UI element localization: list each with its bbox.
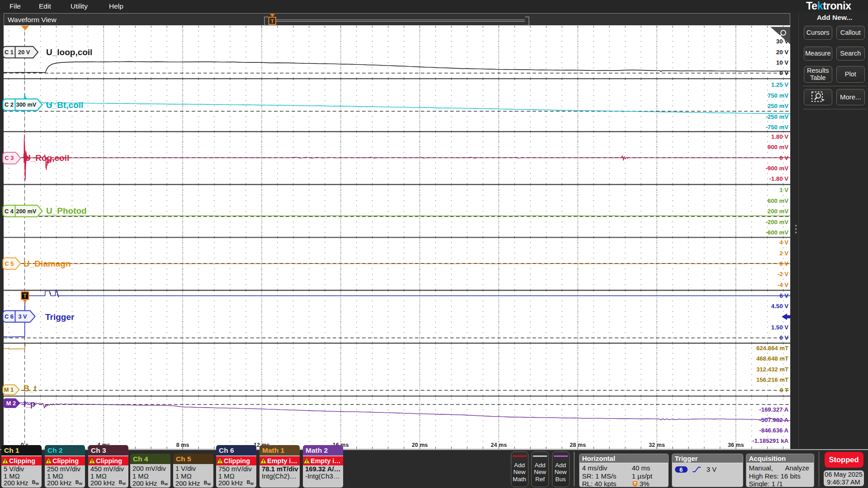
- svg-text:U_Photod: U_Photod: [46, 206, 87, 216]
- svg-text:1.80 V: 1.80 V: [771, 133, 788, 140]
- svg-text:M 2: M 2: [6, 400, 16, 407]
- svg-text:200 mV: 200 mV: [16, 208, 37, 215]
- svg-text:-169.327 A: -169.327 A: [759, 406, 788, 413]
- svg-text:T: T: [23, 292, 27, 299]
- svg-text:468.648 mT: 468.648 mT: [756, 355, 788, 362]
- svg-text:0 V: 0 V: [779, 155, 788, 161]
- svg-text:750 mV: 750 mV: [768, 92, 788, 99]
- svg-text:2 V: 2 V: [779, 250, 788, 257]
- svg-text:C 3: C 3: [5, 155, 14, 161]
- svg-text:U_Rog,coil: U_Rog,coil: [24, 153, 69, 163]
- svg-text:20 ms: 20 ms: [412, 442, 428, 448]
- svg-text:-2 V: -2 V: [778, 271, 788, 277]
- svg-text:1.50 V: 1.50 V: [771, 324, 788, 331]
- svg-text:20 V: 20 V: [18, 49, 30, 56]
- svg-text:28 ms: 28 ms: [570, 442, 586, 448]
- svg-text:24 ms: 24 ms: [491, 442, 507, 448]
- svg-text:0 V: 0 V: [779, 260, 788, 267]
- svg-text:4.50 V: 4.50 V: [771, 303, 788, 310]
- svg-text:-900 mV: -900 mV: [765, 165, 788, 172]
- svg-text:-750 mV: -750 mV: [765, 124, 788, 131]
- svg-text:312.432 mT: 312.432 mT: [756, 366, 788, 373]
- svg-text:250 mV: 250 mV: [768, 103, 788, 109]
- svg-text:0 T: 0 T: [780, 387, 788, 394]
- svg-text:C 1: C 1: [5, 49, 14, 56]
- svg-text:Trigger: Trigger: [45, 312, 75, 322]
- svg-text:1.25 V: 1.25 V: [771, 81, 788, 88]
- svg-text:C 5: C 5: [5, 260, 14, 267]
- svg-text:M 1: M 1: [4, 386, 14, 393]
- svg-text:6 V: 6 V: [779, 292, 788, 299]
- svg-text:36 ms: 36 ms: [728, 442, 744, 448]
- svg-text:-1.80 V: -1.80 V: [769, 175, 788, 182]
- svg-text:32 ms: 32 ms: [649, 442, 665, 448]
- svg-text:900 mV: 900 mV: [768, 144, 788, 150]
- svg-text:4 V: 4 V: [779, 239, 788, 246]
- svg-text:U_loop,coil: U_loop,coil: [46, 47, 92, 57]
- svg-text:624.864 mT: 624.864 mT: [756, 345, 788, 352]
- svg-text:C 4: C 4: [5, 208, 14, 215]
- svg-text:C 6: C 6: [5, 313, 14, 320]
- svg-text:-1.185291 kA: -1.185291 kA: [752, 437, 788, 444]
- svg-text:-4 V: -4 V: [778, 282, 788, 288]
- svg-text:1 V: 1 V: [779, 187, 788, 193]
- svg-text:I_p: I_p: [24, 399, 35, 408]
- svg-text:-846.636 A: -846.636 A: [759, 427, 788, 434]
- svg-text:20 V: 20 V: [776, 49, 788, 56]
- svg-text:10 V: 10 V: [776, 59, 788, 66]
- svg-text:-200 mV: -200 mV: [765, 219, 788, 225]
- svg-text:C 2: C 2: [5, 101, 14, 108]
- svg-text:200 mV: 200 mV: [768, 208, 788, 215]
- svg-text:B_t: B_t: [24, 384, 37, 393]
- svg-text:-250 mV: -250 mV: [765, 113, 788, 120]
- svg-text:U_Diamagn: U_Diamagn: [24, 259, 71, 268]
- svg-text:3 V: 3 V: [18, 313, 27, 320]
- svg-text:600 mV: 600 mV: [768, 197, 788, 204]
- svg-text:-600 mV: -600 mV: [765, 229, 788, 236]
- svg-text:300 mV: 300 mV: [16, 101, 37, 108]
- svg-text:156.216 mT: 156.216 mT: [756, 376, 788, 383]
- svg-text:0 V: 0 V: [779, 70, 788, 76]
- svg-text:T: T: [271, 19, 274, 24]
- svg-text:0 V: 0 V: [779, 334, 788, 341]
- svg-text:U_Bt,coil: U_Bt,coil: [46, 100, 83, 110]
- svg-text:-507.982 A: -507.982 A: [759, 417, 788, 423]
- svg-text:8 ms: 8 ms: [176, 442, 189, 448]
